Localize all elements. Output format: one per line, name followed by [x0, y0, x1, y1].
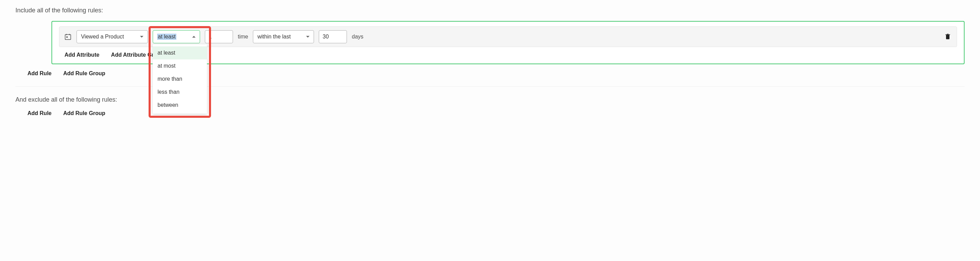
comparator-option[interactable]: between: [153, 99, 207, 112]
timeframe-select[interactable]: within the last: [253, 30, 314, 43]
comparator-option[interactable]: at most: [153, 59, 207, 72]
timeframe-select-value: within the last: [257, 34, 291, 40]
trash-icon[interactable]: [944, 33, 952, 41]
add-rule-button[interactable]: Add Rule: [27, 70, 51, 77]
add-rule-button[interactable]: Add Rule: [27, 110, 51, 117]
comparator-select[interactable]: at least at least at most more than less…: [153, 30, 200, 43]
comparator-option[interactable]: at least: [153, 46, 207, 59]
days-input[interactable]: [319, 30, 347, 43]
rule-card: Viewed a Product at least at least at mo…: [51, 21, 964, 64]
add-rule-group-button[interactable]: Add Rule Group: [63, 70, 105, 77]
event-select[interactable]: Viewed a Product: [76, 30, 148, 43]
count-input[interactable]: [205, 30, 233, 43]
event-select-value: Viewed a Product: [81, 34, 124, 40]
svg-rect-3: [66, 37, 68, 38]
rule-row: Viewed a Product at least at least at mo…: [59, 26, 957, 47]
comparator-option[interactable]: more than: [153, 72, 207, 85]
time-label: time: [238, 34, 248, 40]
add-rule-group-button[interactable]: Add Rule Group: [63, 110, 105, 117]
comparator-dropdown: at least at most more than less than bet…: [153, 44, 207, 114]
calendar-icon: [64, 33, 72, 40]
days-label: days: [352, 34, 363, 40]
add-attribute-button[interactable]: Add Attribute: [65, 52, 100, 58]
comparator-select-value: at least: [157, 34, 177, 40]
include-section-header: Include all of the following rules:: [16, 7, 964, 14]
comparator-option[interactable]: less than: [153, 85, 207, 99]
svg-rect-0: [65, 35, 71, 40]
